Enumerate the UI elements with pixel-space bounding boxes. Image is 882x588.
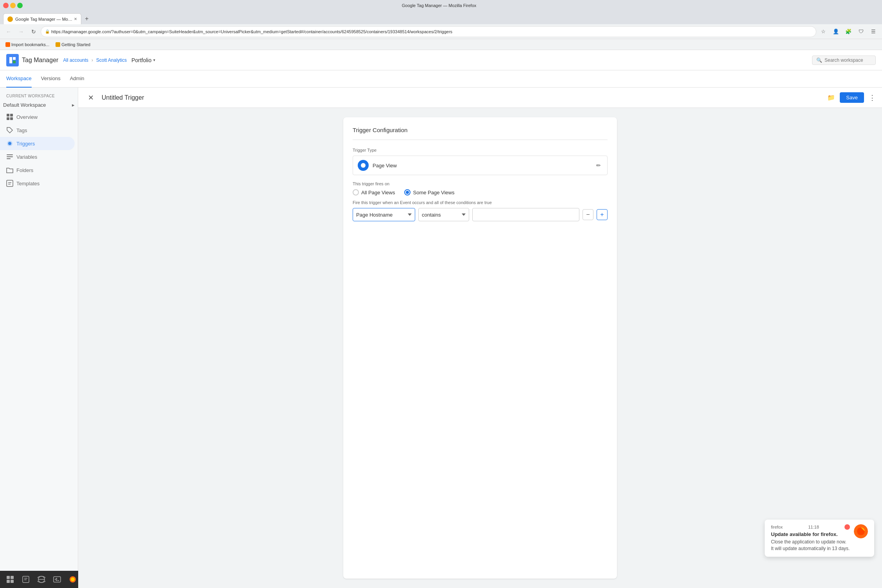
back-button[interactable]: ←: [3, 26, 14, 37]
tab-favicon: [7, 16, 13, 22]
sidebar-item-tags[interactable]: Tags: [0, 124, 75, 137]
sub-nav-versions-label: Versions: [41, 75, 61, 81]
notification-close-button[interactable]: [844, 524, 850, 530]
window-minimize-btn[interactable]: [10, 3, 16, 8]
taskbar-apps-button[interactable]: [3, 572, 17, 586]
radio-some-page-views[interactable]: Some Page Views: [404, 189, 454, 195]
notification-content: firefox 11:18 Update available for firef…: [771, 524, 850, 552]
notification-time: 11:18: [808, 525, 819, 529]
svg-rect-3: [13, 61, 16, 63]
trigger-type-label: Trigger Type: [353, 148, 608, 152]
firefox-notification: firefox 11:18 Update available for firef…: [765, 520, 874, 557]
bookmark-getting-started[interactable]: Getting Started: [53, 41, 93, 48]
taskbar-files-button[interactable]: [19, 572, 33, 586]
workspace-expand-icon: ▸: [72, 102, 75, 108]
condition-operator-select[interactable]: contains equals starts with ends with ma…: [418, 208, 469, 221]
trigger-type-section: Trigger Type Page View ✏: [353, 148, 608, 175]
sidebar-item-templates-label: Templates: [16, 181, 39, 186]
fires-on-section: This trigger fires on All Page Views: [353, 181, 608, 221]
svg-rect-20: [23, 576, 29, 583]
config-folder-icon[interactable]: 📁: [827, 94, 835, 101]
svg-rect-16: [7, 576, 10, 579]
workspace-name-row[interactable]: Default Workspace ▸: [0, 100, 78, 110]
svg-rect-10: [7, 154, 13, 155]
config-save-button[interactable]: Save: [840, 92, 864, 103]
tab-close-btn[interactable]: ✕: [74, 17, 77, 21]
breadcrumb-account[interactable]: Scott Analytics: [96, 57, 127, 63]
breadcrumb-all-accounts[interactable]: All accounts: [63, 57, 88, 63]
bookmarks-bar: Import bookmarks... Getting Started: [0, 39, 882, 50]
window-title: Google Tag Manager — Mozilla Firefox: [23, 3, 855, 8]
fires-on-label: This trigger fires on: [353, 181, 608, 186]
trigger-type-name: Page View: [373, 163, 595, 169]
gtm-app-name: Tag Manager: [22, 57, 58, 64]
notification-header: firefox 11:18: [771, 524, 850, 530]
sub-nav-admin[interactable]: Admin: [70, 70, 84, 88]
taskbar-terminal-button[interactable]: [50, 572, 64, 586]
forward-button[interactable]: →: [16, 26, 27, 37]
condition-add-button[interactable]: +: [597, 209, 608, 220]
shield-button[interactable]: 🛡: [855, 26, 866, 37]
sidebar-item-overview-label: Overview: [16, 114, 38, 120]
condition-value-input[interactable]: [472, 208, 579, 221]
sidebar-item-overview[interactable]: Overview: [0, 110, 75, 124]
condition-field-select[interactable]: Page Hostname Page URL Page Path Referre…: [353, 208, 415, 221]
new-tab-button[interactable]: +: [81, 13, 92, 24]
sub-nav-workspace[interactable]: Workspace: [6, 70, 32, 88]
reload-button[interactable]: ↻: [28, 26, 39, 37]
svg-rect-18: [7, 580, 10, 583]
sub-nav-versions[interactable]: Versions: [41, 70, 61, 88]
lock-icon: 🔒: [45, 29, 50, 34]
sidebar-item-templates[interactable]: Templates: [0, 177, 75, 190]
trigger-type-icon: [358, 160, 369, 171]
gtm-logo: Tag Manager: [6, 54, 58, 66]
radio-all-page-views[interactable]: All Page Views: [353, 189, 395, 195]
radio-some-circle: [404, 189, 411, 195]
bookmark-button[interactable]: ☆: [818, 26, 829, 37]
card-title: Trigger Configuration: [353, 127, 608, 140]
account-button[interactable]: 👤: [830, 26, 841, 37]
config-more-button[interactable]: ⋮: [869, 93, 876, 102]
sidebar-item-triggers[interactable]: Triggers: [0, 137, 75, 150]
tags-icon: [6, 127, 13, 134]
bookmark-import-icon: [5, 42, 10, 47]
sidebar-item-folders-label: Folders: [16, 167, 33, 173]
title-bar: Google Tag Manager — Mozilla Firefox: [0, 0, 882, 11]
gtm-breadcrumb: All accounts › Scott Analytics: [63, 57, 127, 63]
extensions-button[interactable]: 🧩: [843, 26, 854, 37]
search-input[interactable]: [825, 57, 871, 63]
breadcrumb-separator: ›: [91, 57, 93, 63]
active-tab[interactable]: Google Tag Manager — Mozilla Firefox ✕: [3, 13, 81, 24]
bookmark-getting-started-icon: [56, 42, 60, 47]
window-maximize-btn[interactable]: [17, 3, 23, 8]
svg-rect-5: [10, 114, 13, 117]
notification-body: Close the application to update now. It …: [771, 539, 850, 552]
menu-button[interactable]: ☰: [868, 26, 879, 37]
workspace-dropdown-arrow: ▾: [153, 58, 155, 62]
config-title: Untitled Trigger: [102, 94, 821, 101]
trigger-type-row[interactable]: Page View ✏: [353, 156, 608, 175]
config-panel: ✕ Untitled Trigger 📁 Save ⋮ Trigger Conf…: [78, 88, 882, 588]
condition-remove-button[interactable]: −: [583, 209, 593, 220]
sub-nav-workspace-label: Workspace: [6, 75, 32, 81]
search-box[interactable]: 🔍: [812, 56, 876, 65]
svg-rect-1: [9, 57, 12, 63]
bookmark-import[interactable]: Import bookmarks...: [3, 41, 52, 48]
sidebar-item-folders[interactable]: Folders: [0, 163, 75, 177]
config-close-button[interactable]: ✕: [84, 91, 97, 104]
window-close-btn[interactable]: [3, 3, 9, 8]
app-area: Tag Manager All accounts › Scott Analyti…: [0, 50, 882, 588]
browser-chrome: Google Tag Manager — Mozilla Firefox Goo…: [0, 0, 882, 50]
taskbar-browser-button[interactable]: [34, 572, 48, 586]
taskbar-firefox-button[interactable]: [66, 572, 80, 586]
address-bar[interactable]: 🔒 https://tagmanager.google.com/?authuse…: [41, 26, 816, 37]
svg-rect-7: [10, 117, 13, 120]
sidebar-item-variables[interactable]: Variables: [0, 150, 75, 163]
sub-nav-admin-label: Admin: [70, 75, 84, 81]
address-text: https://tagmanager.google.com/?authuser=…: [51, 29, 812, 34]
current-workspace-label: CURRENT WORKSPACE: [0, 91, 78, 100]
trigger-edit-button[interactable]: ✏: [595, 161, 602, 170]
content-area: CURRENT WORKSPACE Default Workspace ▸ Ov…: [0, 88, 882, 588]
gtm-workspace-dropdown[interactable]: Portfolio ▾: [131, 57, 155, 63]
config-panel-wrapper: ✕ Untitled Trigger 📁 Save ⋮ Trigger Conf…: [78, 88, 882, 588]
